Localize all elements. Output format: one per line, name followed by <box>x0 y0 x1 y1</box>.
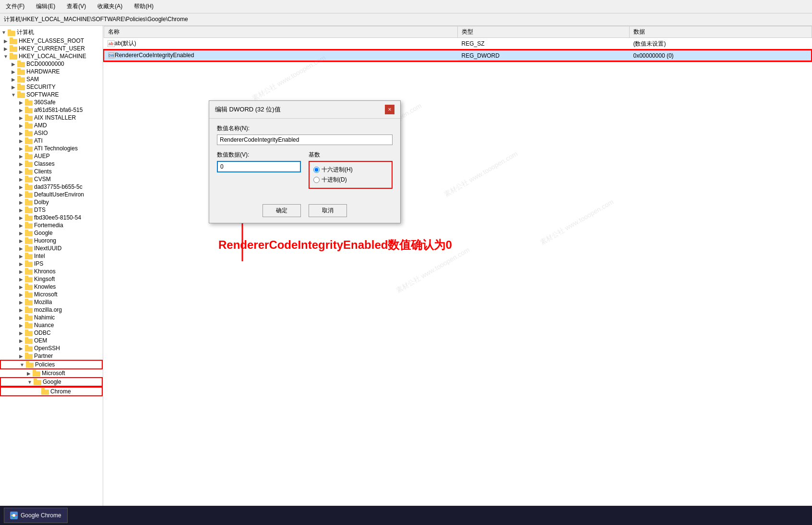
tree-toggle-clients[interactable]: ▶ <box>17 169 25 174</box>
tree-toggle-policies-google[interactable]: ▼ <box>26 379 34 385</box>
tree-toggle-defaultuser[interactable]: ▶ <box>17 192 25 197</box>
tree-toggle-360safe[interactable]: ▶ <box>17 100 25 105</box>
tree-item-knowles[interactable]: ▶Knowles <box>0 283 103 291</box>
tree-toggle-odbc[interactable]: ▶ <box>17 330 25 336</box>
tree-toggle-partner[interactable]: ▶ <box>17 354 25 359</box>
confirm-button[interactable]: 确定 <box>263 204 301 217</box>
tree-item-classes[interactable]: ▶Classes <box>0 160 103 168</box>
tree-toggle-huorong[interactable]: ▶ <box>17 238 25 244</box>
data-value-input[interactable] <box>217 161 301 172</box>
tree-toggle-dad37[interactable]: ▶ <box>17 184 25 190</box>
tree-item-policies-google[interactable]: ▼Google <box>0 377 103 387</box>
tree-toggle-hkey-current[interactable]: ▶ <box>2 46 10 51</box>
tree-toggle-oem[interactable]: ▶ <box>17 338 25 343</box>
tree-item-cvsm[interactable]: ▶CVSM <box>0 175 103 183</box>
tree-toggle-mozilla[interactable]: ▶ <box>17 300 25 305</box>
tree-item-af61d[interactable]: ▶af61d581-bfa6-515 <box>0 106 103 114</box>
tree-toggle-asio[interactable]: ▶ <box>17 131 25 136</box>
menu-help[interactable]: 帮助(H) <box>132 1 155 12</box>
tree-toggle-sam[interactable]: ▶ <box>10 77 17 82</box>
tree-toggle-google[interactable]: ▶ <box>17 231 25 236</box>
tree-item-software[interactable]: ▼SOFTWARE <box>0 91 103 98</box>
tree-toggle-inext[interactable]: ▶ <box>17 246 25 251</box>
tree-toggle-bcd[interactable]: ▶ <box>10 61 17 67</box>
tree-toggle-ips[interactable]: ▶ <box>17 261 25 267</box>
tree-toggle-policies[interactable]: ▼ <box>18 362 26 367</box>
tree-item-clients[interactable]: ▶Clients <box>0 168 103 175</box>
tree-item-amd[interactable]: ▶AMD <box>0 122 103 129</box>
tree-item-dolby[interactable]: ▶Dolby <box>0 198 103 206</box>
tree-toggle-ati[interactable]: ▶ <box>17 138 25 144</box>
tree-toggle-hardware[interactable]: ▶ <box>10 69 17 74</box>
tree-toggle-dolby[interactable]: ▶ <box>17 200 25 205</box>
tree-item-asio[interactable]: ▶ASIO <box>0 129 103 137</box>
menu-favorites[interactable]: 收藏夹(A) <box>96 1 124 12</box>
menu-file[interactable]: 文件(F) <box>4 1 26 12</box>
tree-item-ips[interactable]: ▶IPS <box>0 260 103 268</box>
tree-item-nahimic[interactable]: ▶Nahimic <box>0 314 103 321</box>
tree-item-chrome[interactable]: Chrome <box>0 387 103 396</box>
tree-item-mozilla-org[interactable]: ▶mozilla.org <box>0 306 103 314</box>
tree-item-huorong[interactable]: ▶Huorong <box>0 237 103 244</box>
tree-toggle-intel[interactable]: ▶ <box>17 254 25 259</box>
tree-toggle-hkey-local[interactable]: ▼ <box>2 54 10 59</box>
dialog-close-button[interactable]: × <box>385 105 394 114</box>
tree-item-ati[interactable]: ▶ATI <box>0 137 103 145</box>
cancel-button[interactable]: 取消 <box>309 204 347 217</box>
tree-item-nuance[interactable]: ▶Nuance <box>0 321 103 329</box>
tree-toggle-microsoft[interactable]: ▶ <box>17 292 25 297</box>
tree-toggle-aix[interactable]: ▶ <box>17 115 25 121</box>
tree-item-hkey-classes[interactable]: ▶HKEY_CLASSES_ROOT <box>0 37 103 45</box>
tree-item-oem[interactable]: ▶OEM <box>0 337 103 344</box>
tree-item-dad37[interactable]: ▶dad37755-b655-5c <box>0 183 103 191</box>
tree-toggle-khronos[interactable]: ▶ <box>17 269 25 274</box>
menu-edit[interactable]: 编辑(E) <box>34 1 57 12</box>
tree-item-sam[interactable]: ▶SAM <box>0 75 103 83</box>
tree-toggle-nuance[interactable]: ▶ <box>17 323 25 328</box>
tree-toggle-cvsm[interactable]: ▶ <box>17 177 25 182</box>
tree-item-mozilla[interactable]: ▶Mozilla <box>0 298 103 306</box>
tree-toggle-hkey-classes[interactable]: ▶ <box>2 38 10 44</box>
tree-item-defaultuser[interactable]: ▶DefaultUserEnviron <box>0 191 103 198</box>
tree-item-ati-tech[interactable]: ▶ATI Technologies <box>0 145 103 152</box>
tree-item-openssh[interactable]: ▶OpenSSH <box>0 344 103 352</box>
tree-item-partner[interactable]: ▶Partner <box>0 352 103 360</box>
tree-toggle-ati-tech[interactable]: ▶ <box>17 146 25 151</box>
tree-toggle-kingsoft[interactable]: ▶ <box>17 277 25 282</box>
tree-item-security[interactable]: ▶SECURITY <box>0 83 103 91</box>
tree-toggle-nahimic[interactable]: ▶ <box>17 315 25 320</box>
tree-item-360safe[interactable]: ▶360Safe <box>0 98 103 106</box>
tree-item-inext[interactable]: ▶INextUUID <box>0 244 103 252</box>
tree-item-kingsoft[interactable]: ▶Kingsoft <box>0 275 103 283</box>
tree-item-microsoft[interactable]: ▶Microsoft <box>0 291 103 298</box>
tree-toggle-mozilla-org[interactable]: ▶ <box>17 307 25 313</box>
tree-toggle-classes[interactable]: ▶ <box>17 161 25 167</box>
tree-toggle-dts[interactable]: ▶ <box>17 208 25 213</box>
tree-item-hkey-local[interactable]: ▼HKEY_LOCAL_MACHINE <box>0 52 103 60</box>
tree-item-dts[interactable]: ▶DTS <box>0 206 103 214</box>
tree-item-odbc[interactable]: ▶ODBC <box>0 329 103 337</box>
tree-item-hardware[interactable]: ▶HARDWARE <box>0 68 103 75</box>
tree-item-fortemedia[interactable]: ▶Fortemedia <box>0 221 103 229</box>
tree-toggle-computer[interactable]: ▼ <box>0 30 8 35</box>
tree-toggle-knowles[interactable]: ▶ <box>17 284 25 290</box>
taskbar-chrome[interactable]: Google Chrome <box>4 508 68 523</box>
tree-item-khronos[interactable]: ▶Khronos <box>0 268 103 275</box>
tree-toggle-openssh[interactable]: ▶ <box>17 346 25 351</box>
tree-toggle-fortemedia[interactable]: ▶ <box>17 223 25 228</box>
tree-toggle-fbd30[interactable]: ▶ <box>17 215 25 220</box>
tree-toggle-af61d[interactable]: ▶ <box>17 108 25 113</box>
tree-item-intel[interactable]: ▶Intel <box>0 252 103 260</box>
tree-toggle-security[interactable]: ▶ <box>10 85 17 90</box>
tree-item-policies-microsoft[interactable]: ▶Microsoft <box>0 369 103 377</box>
tree-toggle-auep[interactable]: ▶ <box>17 154 25 159</box>
tree-item-computer[interactable]: ▼计算机 <box>0 28 103 37</box>
tree-toggle-policies-microsoft[interactable]: ▶ <box>25 371 33 376</box>
tree-toggle-software[interactable]: ▼ <box>10 92 17 98</box>
tree-item-auep[interactable]: ▶AUEP <box>0 152 103 160</box>
tree-toggle-amd[interactable]: ▶ <box>17 123 25 128</box>
tree-item-policies[interactable]: ▼Policies <box>0 360 103 369</box>
menu-view[interactable]: 查看(V) <box>65 1 88 12</box>
name-input[interactable] <box>217 134 393 145</box>
hex-radio[interactable] <box>313 167 320 173</box>
